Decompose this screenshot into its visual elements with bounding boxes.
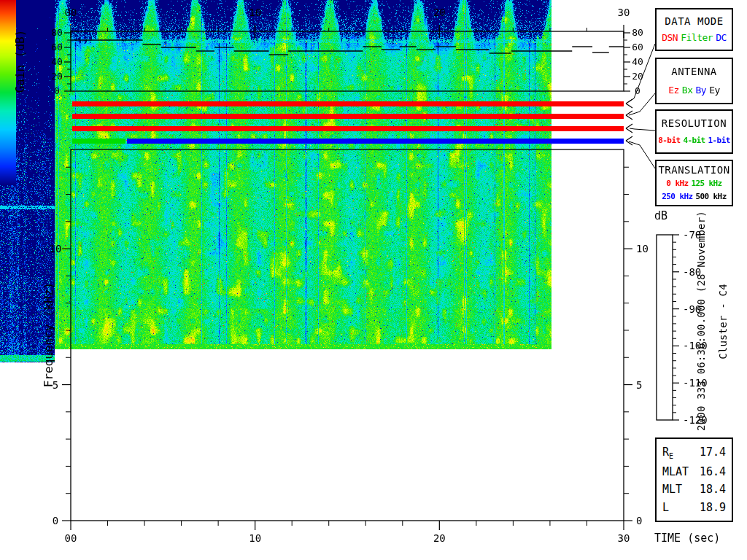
colorbar-tick-label: -70 — [683, 230, 701, 240]
panel-value: 4-bit — [683, 136, 705, 145]
panel-values-row: DSNFilterDC — [657, 32, 732, 44]
tick-or-line — [635, 129, 655, 131]
gain-tick-label-right: 80 — [632, 28, 643, 38]
panel-value: Filter — [681, 32, 713, 43]
status-bar-segment-resolution — [72, 126, 624, 131]
panel-values-row: EzBxByEy — [657, 85, 732, 96]
info-value: 18.9 — [700, 501, 726, 514]
panel-value: By — [696, 85, 707, 96]
spacecraft-annotation: Cluster - C4 — [717, 284, 729, 359]
time-tick-label-bottom: 00 — [65, 533, 77, 543]
status-bar-segment-translation — [72, 139, 125, 144]
time-tick-label-top: 10 — [249, 7, 261, 18]
status-bar-segment-data-mode — [72, 101, 624, 106]
info-label: L — [662, 501, 669, 514]
time-tick-label-bottom: 20 — [433, 533, 446, 543]
panel-title: RESOLUTION — [657, 117, 732, 129]
tick-or-line — [626, 104, 632, 108]
panel-value: 500 kHz — [696, 192, 727, 201]
panel-title: TRANSLATION — [657, 164, 732, 176]
panel-value: 125 kHz — [691, 179, 721, 188]
panel-title: ANTENNA — [657, 66, 732, 77]
panel-translation: TRANSLATION0 kHz125 kHz250 kHz500 kHz — [655, 160, 733, 206]
info-value: 16.4 — [700, 465, 726, 478]
tick-or-line — [640, 93, 655, 112]
panel-value: 0 kHz — [666, 179, 688, 188]
status-bar-segment-antenna — [72, 114, 624, 119]
freq-tick-label-right: 10 — [636, 244, 649, 254]
info-label: MLT — [662, 483, 682, 496]
wbd-plot-page: Gain (dB) Frequency (kHz) dB TIME (sec) … — [0, 0, 747, 560]
time-tick-label-top: 20 — [433, 7, 446, 18]
info-value: 17.4 — [700, 446, 726, 460]
panel-value: Ey — [709, 85, 720, 96]
axis-frame — [71, 31, 624, 91]
tick-or-line — [626, 124, 632, 128]
panel-value: Bx — [682, 85, 693, 96]
panel-value: DC — [716, 32, 727, 43]
info-label: MLAT — [662, 465, 689, 478]
colorbar-tick-label: -80 — [683, 267, 701, 277]
gain-tick-label-left: 20 — [51, 71, 63, 82]
panel-value: Ez — [668, 85, 679, 96]
gain-axis-title: Gain (dB) — [13, 30, 27, 93]
info-row: RE17.4 — [657, 446, 732, 460]
panel-value: 1-bit — [708, 136, 730, 145]
freq-tick-label-right: 0 — [636, 516, 642, 526]
time-tick-label-bottom: 10 — [249, 533, 261, 543]
tick-or-line — [630, 128, 635, 129]
gain-tick-label-right: 40 — [632, 57, 643, 67]
info-value: 18.4 — [700, 483, 726, 496]
panel-values-row: 0 kHz125 kHz — [657, 179, 732, 189]
datetime-annotation: 2000 333 06:36:00.000 (28 November) — [695, 211, 707, 431]
time-tick-label-top: 30 — [618, 7, 630, 18]
panel-values-row: 8-bit4-bit1-bit — [657, 136, 732, 146]
time-tick-label-top: 00 — [65, 7, 77, 18]
colorbar-tick-label: -100 — [683, 341, 708, 351]
panel-value: 250 kHz — [662, 192, 692, 201]
panel-resolution: RESOLUTION8-bit4-bit1-bit — [655, 109, 733, 154]
axes-overlay — [0, 0, 747, 560]
gain-tick-label-right: 0 — [635, 86, 640, 96]
panel-value: 8-bit — [658, 136, 680, 145]
colorbar-unit-label: dB — [654, 209, 667, 222]
tick-or-line — [626, 99, 632, 104]
panel-data-mode: DATA MODEDSNFilterDC — [655, 8, 733, 51]
panel-title: DATA MODE — [657, 15, 732, 27]
freq-tick-label-right: 5 — [636, 380, 642, 390]
panel-antenna: ANTENNAEzBxByEy — [655, 58, 733, 104]
tick-or-line — [626, 115, 632, 120]
ephemeris-table: RE17.4MLAT16.4MLT18.4L18.9 — [655, 438, 733, 522]
axis-frame — [71, 149, 624, 521]
info-row: L18.9 — [657, 501, 732, 514]
colorbar-tick-label: -90 — [683, 304, 701, 314]
colorbar-tick-label: -120 — [683, 415, 708, 425]
colorbar-tick-label: -110 — [683, 378, 708, 388]
gain-tick-label-left: 80 — [51, 28, 63, 38]
freq-tick-label-left: 10 — [50, 244, 62, 254]
axis-frame — [657, 235, 673, 420]
gain-tick-label-left: 60 — [51, 42, 63, 52]
tick-or-line — [626, 128, 632, 133]
freq-tick-label-left: 0 — [53, 516, 58, 526]
gain-tick-label-right: 20 — [632, 71, 643, 82]
gain-tick-label-right: 60 — [632, 42, 643, 52]
frequency-axis-title: Frequency (kHz) — [42, 282, 55, 388]
info-row: MLAT16.4 — [657, 465, 732, 478]
gain-tick-label-left: 0 — [54, 86, 60, 96]
tick-or-line — [640, 145, 655, 168]
info-label: RE — [662, 446, 673, 460]
freq-tick-label-left: 5 — [53, 380, 58, 390]
panel-value: DSN — [662, 32, 678, 43]
tick-or-line — [626, 136, 632, 141]
gain-tick-label-left: 40 — [51, 57, 63, 67]
time-tick-label-bottom: 30 — [618, 533, 630, 543]
info-row: MLT18.4 — [657, 483, 732, 496]
status-bar-segment-translation — [127, 139, 624, 144]
time-axis-title: TIME (sec) — [654, 532, 720, 545]
panel-values-row: 250 kHz500 kHz — [657, 192, 732, 202]
